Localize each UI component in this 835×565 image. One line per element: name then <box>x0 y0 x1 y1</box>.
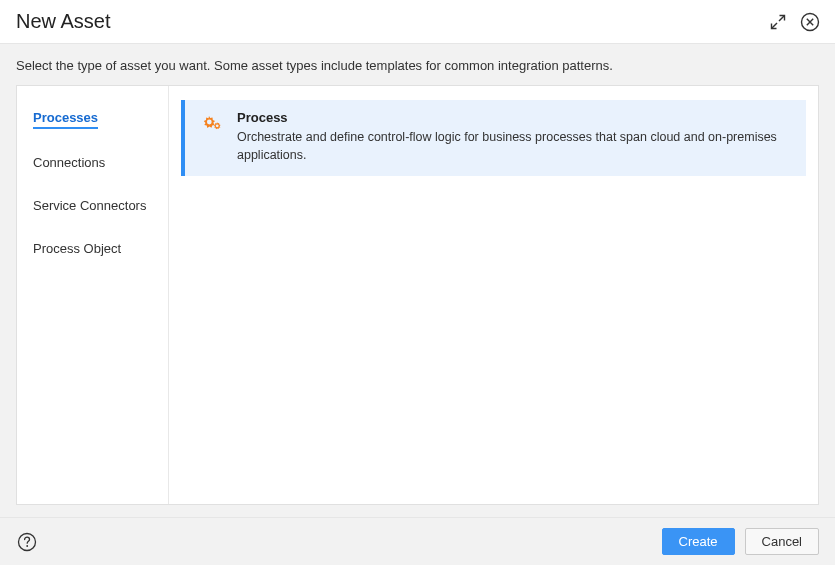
asset-content: Process Orchestrate and define control-f… <box>169 86 818 504</box>
svg-point-4 <box>26 545 28 547</box>
dialog-title: New Asset <box>16 10 110 33</box>
sidebar-item-process-object[interactable]: Process Object <box>33 241 121 258</box>
sidebar-item-processes[interactable]: Processes <box>33 110 98 129</box>
svg-point-2 <box>216 124 219 127</box>
help-icon[interactable] <box>16 531 38 553</box>
cancel-button[interactable]: Cancel <box>745 528 819 555</box>
card-description: Orchestrate and define control-flow logi… <box>237 129 792 164</box>
process-icon <box>199 112 225 142</box>
close-icon[interactable] <box>799 11 821 33</box>
footer-buttons: Create Cancel <box>662 528 820 555</box>
header-actions <box>767 11 821 33</box>
asset-card-process[interactable]: Process Orchestrate and define control-f… <box>181 100 806 176</box>
new-asset-dialog: New Asset Select the type of asset you w… <box>0 0 835 565</box>
asset-type-sidebar: Processes Connections Service Connectors… <box>17 86 169 504</box>
svg-point-1 <box>207 120 212 125</box>
dialog-footer: Create Cancel <box>0 517 835 565</box>
card-title: Process <box>237 110 792 125</box>
expand-icon[interactable] <box>767 11 789 33</box>
sidebar-item-service-connectors[interactable]: Service Connectors <box>33 198 146 215</box>
card-text: Process Orchestrate and define control-f… <box>237 110 792 164</box>
create-button[interactable]: Create <box>662 528 735 555</box>
sidebar-item-connections[interactable]: Connections <box>33 155 105 172</box>
dialog-header: New Asset <box>0 0 835 44</box>
content-panel: Processes Connections Service Connectors… <box>16 85 819 505</box>
instruction-text: Select the type of asset you want. Some … <box>16 58 819 73</box>
dialog-body: Select the type of asset you want. Some … <box>0 44 835 517</box>
